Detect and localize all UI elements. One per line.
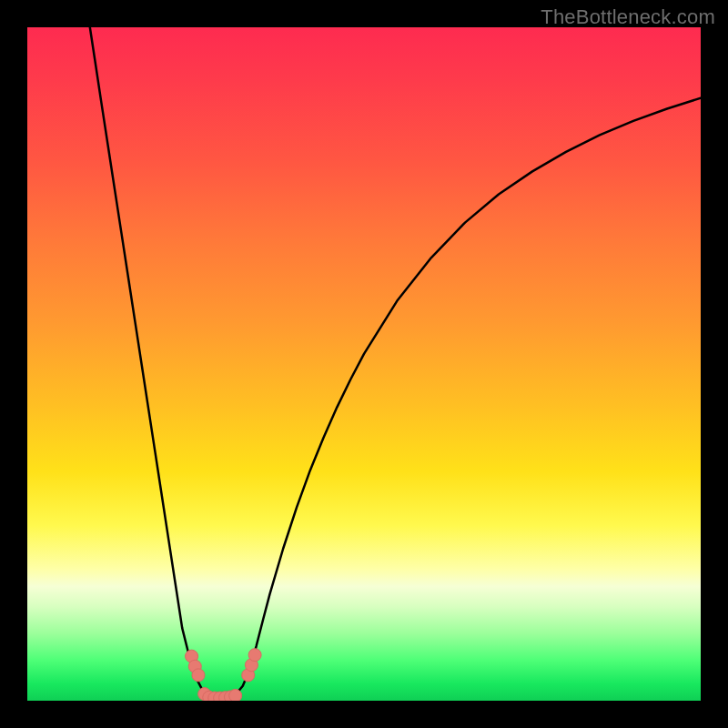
- curve-marker: [192, 669, 205, 682]
- curve-marker: [229, 689, 242, 701]
- bottleneck-chart: [27, 27, 701, 701]
- bottleneck-curve-line: [90, 27, 701, 697]
- curve-markers: [186, 649, 262, 701]
- watermark-text: TheBottleneck.com: [541, 5, 715, 29]
- chart-frame: TheBottleneck.com: [0, 0, 728, 728]
- plot-area: [27, 27, 701, 701]
- curve-marker: [248, 649, 261, 662]
